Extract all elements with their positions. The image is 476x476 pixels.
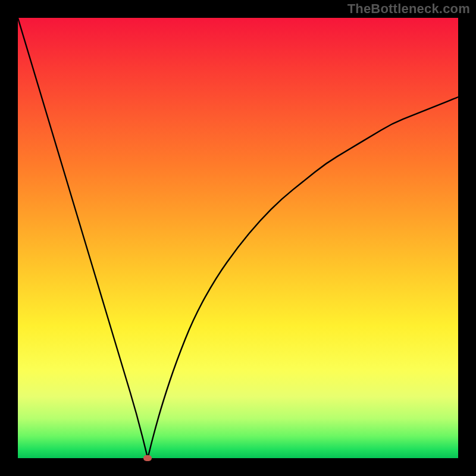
plot-area bbox=[18, 18, 458, 458]
chart-frame: TheBottleneck.com bbox=[0, 0, 476, 476]
curve-path bbox=[18, 18, 458, 458]
bottleneck-curve bbox=[18, 18, 458, 458]
watermark-text: TheBottleneck.com bbox=[347, 1, 470, 17]
optimum-marker bbox=[143, 455, 152, 461]
